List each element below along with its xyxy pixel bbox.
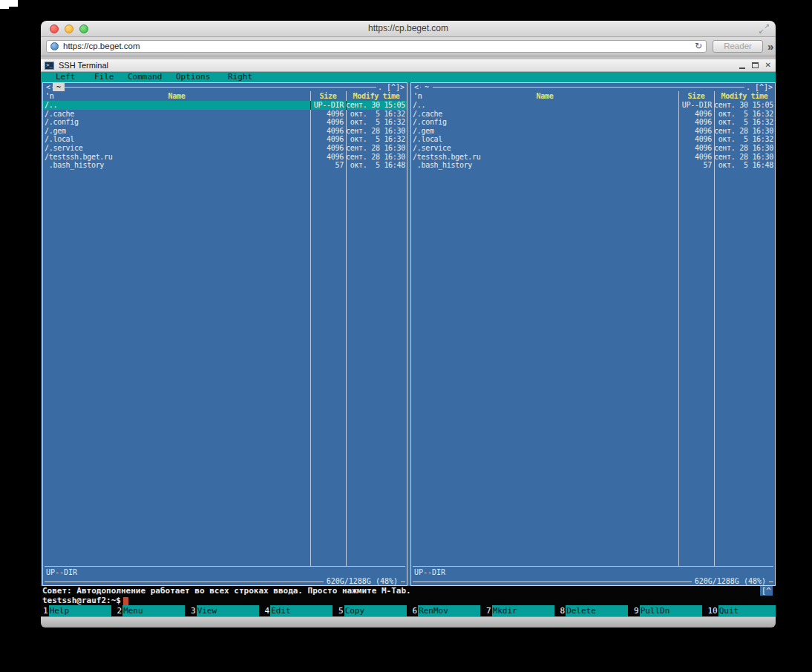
menu-item-options[interactable]: Options bbox=[176, 72, 210, 82]
column-header-modify-time[interactable]: Modify time bbox=[714, 91, 775, 101]
fkey-number: 10 bbox=[707, 605, 718, 616]
file-name: /.gem bbox=[43, 127, 310, 136]
panel-column-headers: 'nName Size Modify time bbox=[411, 91, 775, 101]
column-header-name[interactable]: 'nName bbox=[43, 91, 310, 101]
panel-scroll-up-icon[interactable]: . [^]> bbox=[744, 83, 774, 91]
desktop-artifact bbox=[9, 0, 18, 7]
file-name: /.local bbox=[43, 135, 310, 144]
ssh-terminal-window: >_ SSH Terminal ✕ LeftFileCommandOptions… bbox=[41, 59, 776, 616]
menu-item-command[interactable]: Command bbox=[128, 72, 162, 82]
file-row[interactable]: /..UP--DIRсент. 30 15:05 bbox=[43, 101, 407, 110]
file-row[interactable]: .bash_history57окт. 5 16:48 bbox=[411, 161, 775, 170]
file-row[interactable]: /.gem4096сент. 28 16:30 bbox=[43, 127, 407, 136]
terminal-minimize-icon[interactable] bbox=[739, 67, 745, 69]
minimize-window-button[interactable] bbox=[65, 24, 73, 33]
panel-border-line bbox=[413, 87, 773, 88]
panel-history-icon[interactable]: < bbox=[413, 83, 420, 91]
address-bar[interactable]: https://cp.beget.com ↻ bbox=[46, 40, 707, 53]
hint-text: Совет: Автодополнение работает во всех с… bbox=[42, 586, 411, 596]
browser-toolbar: https://cp.beget.com ↻ Reader » bbox=[41, 37, 776, 56]
file-size: UP--DIR bbox=[310, 101, 346, 110]
panel-history-icon[interactable]: < bbox=[45, 83, 52, 91]
fkey-mkdir-button[interactable]: 7Mkdir bbox=[485, 605, 554, 616]
shell-prompt: testssh@rauf2:~$ bbox=[42, 596, 121, 605]
fkey-number: 7 bbox=[485, 605, 492, 616]
panel-scroll-up-icon[interactable]: . [^]> bbox=[376, 83, 406, 91]
file-row[interactable]: /.cache4096окт. 5 16:32 bbox=[411, 110, 775, 119]
file-row[interactable]: /.gem4096сент. 28 16:30 bbox=[411, 127, 775, 136]
fkey-number: 8 bbox=[560, 605, 566, 616]
file-row[interactable]: /testssh.bget.ru4096сент. 28 16:30 bbox=[411, 153, 775, 162]
panel-border-line bbox=[45, 87, 405, 88]
sort-order-indicator: 'n bbox=[413, 91, 422, 101]
name-header-label: Name bbox=[411, 91, 678, 101]
file-row[interactable]: /..UP--DIRсент. 30 15:05 bbox=[411, 101, 775, 110]
file-row[interactable]: .bash_history57окт. 5 16:48 bbox=[43, 161, 407, 170]
fkey-pulldn-button[interactable]: 9PullDn bbox=[633, 605, 702, 616]
mc-menu-bar: LeftFileCommandOptionsRight bbox=[41, 72, 776, 82]
menu-item-file[interactable]: File bbox=[94, 72, 114, 82]
file-modify-time: окт. 5 16:32 bbox=[714, 135, 775, 144]
reader-button[interactable]: Reader bbox=[713, 40, 763, 53]
file-name: /.config bbox=[43, 118, 310, 127]
fkey-number: 6 bbox=[412, 605, 419, 616]
fkey-quit-button[interactable]: 10Quit bbox=[707, 605, 776, 616]
close-window-button[interactable] bbox=[50, 24, 59, 33]
zoom-window-button[interactable] bbox=[79, 24, 88, 33]
mini-status-text: UP--DIR bbox=[46, 568, 77, 576]
file-size: 4096 bbox=[678, 135, 714, 144]
file-modify-time: сент. 28 16:30 bbox=[714, 127, 775, 136]
reload-icon[interactable]: ↻ bbox=[695, 41, 702, 52]
traffic-lights bbox=[50, 24, 88, 33]
file-name: /.config bbox=[411, 118, 678, 127]
terminal-titlebar: >_ SSH Terminal ✕ bbox=[41, 59, 776, 72]
file-modify-time: окт. 5 16:48 bbox=[346, 161, 407, 170]
terminal-maximize-icon[interactable] bbox=[752, 62, 759, 68]
name-header-label: Name bbox=[43, 91, 310, 101]
menu-item-right[interactable]: Right bbox=[228, 72, 252, 82]
file-size: 4096 bbox=[310, 153, 346, 162]
fkey-label: Quit bbox=[718, 605, 776, 616]
panel-path-tab[interactable]: ~ bbox=[421, 83, 433, 91]
fkey-number: 1 bbox=[42, 605, 49, 616]
file-row[interactable]: /.local4096окт. 5 16:32 bbox=[43, 135, 407, 144]
desktop: https://cp.beget.com ↗ ↙ https://cp.bege… bbox=[0, 0, 812, 672]
file-name: /.gem bbox=[411, 127, 678, 136]
mini-status-text: UP--DIR bbox=[414, 568, 445, 576]
fkey-copy-button[interactable]: 5Copy bbox=[338, 605, 407, 616]
terminal-icon: >_ bbox=[45, 62, 54, 70]
file-row[interactable]: /.service4096сент. 28 16:30 bbox=[43, 144, 407, 153]
fkey-number: 5 bbox=[338, 605, 344, 616]
fkey-renmov-button[interactable]: 6RenMov bbox=[412, 605, 481, 616]
more-toolbar-items-button[interactable]: » bbox=[767, 38, 773, 56]
terminal-close-icon[interactable]: ✕ bbox=[765, 60, 771, 70]
file-size: 57 bbox=[310, 161, 346, 170]
file-row[interactable]: /.config4096окт. 5 16:32 bbox=[411, 118, 775, 127]
menu-item-left[interactable]: Left bbox=[56, 72, 76, 82]
column-header-size[interactable]: Size bbox=[678, 91, 714, 101]
mini-status-separator bbox=[45, 566, 405, 567]
column-header-size[interactable]: Size bbox=[310, 91, 346, 101]
fkey-view-button[interactable]: 3View bbox=[190, 605, 259, 616]
fkey-number: 3 bbox=[190, 605, 197, 616]
column-header-name[interactable]: 'nName bbox=[411, 91, 678, 101]
fkey-edit-button[interactable]: 4Edit bbox=[264, 605, 333, 616]
file-row[interactable]: /.local4096окт. 5 16:32 bbox=[411, 135, 775, 144]
file-row[interactable]: /testssh.bget.ru4096сент. 28 16:30 bbox=[43, 153, 407, 162]
browser-window-bottom-edge bbox=[41, 616, 776, 627]
fkey-menu-button[interactable]: 2Menu bbox=[117, 605, 186, 616]
free-space-indicator: 620G/1288G (48%) bbox=[692, 577, 769, 585]
file-row[interactable]: /.cache4096окт. 5 16:32 bbox=[43, 110, 407, 119]
desktop-artifact bbox=[0, 0, 9, 9]
mc-left-panel: < ~ . [^]> 'nName Size Modify time /..UP… bbox=[42, 82, 407, 586]
panel-path-tab[interactable]: ~ bbox=[53, 83, 65, 91]
column-header-modify-time[interactable]: Modify time bbox=[346, 91, 407, 101]
mc-hint-line: Совет: Автодополнение работает во всех с… bbox=[41, 586, 776, 596]
fkey-delete-button[interactable]: 8Delete bbox=[560, 605, 629, 616]
shell-command-line[interactable]: testssh@rauf2:~$ bbox=[41, 596, 776, 605]
file-modify-time: сент. 28 16:30 bbox=[714, 153, 775, 162]
file-row[interactable]: /.config4096окт. 5 16:32 bbox=[43, 118, 407, 127]
file-row[interactable]: /.service4096сент. 28 16:30 bbox=[411, 144, 775, 153]
fkey-help-button[interactable]: 1Help bbox=[42, 605, 111, 616]
fullscreen-icon[interactable]: ↗ ↙ bbox=[759, 22, 770, 35]
